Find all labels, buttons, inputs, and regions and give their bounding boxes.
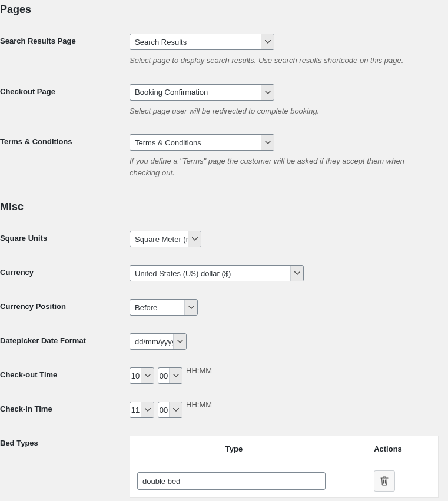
checkin-time-label: Check-in Time: [0, 402, 130, 413]
square-units-row: Square Units Square Meter (m²): [0, 225, 448, 259]
checkout-page-value: Booking Confirmation: [130, 85, 261, 100]
search-results-label: Search Results Page: [0, 34, 130, 45]
chevron-down-icon: [261, 85, 274, 100]
terms-select[interactable]: Terms & Conditions: [130, 134, 274, 151]
bed-types-table: Type Actions: [130, 436, 439, 498]
checkin-mm-select[interactable]: 00: [158, 402, 182, 418]
checkout-time-suffix: HH:MM: [186, 366, 212, 375]
delete-bed-button[interactable]: [374, 470, 395, 492]
bed-types-label: Bed Types: [0, 436, 130, 447]
bed-types-row: Bed Types Type Actions: [0, 430, 448, 498]
currency-select[interactable]: United States (US) dollar ($): [130, 265, 304, 281]
bed-col-type: Type: [130, 444, 338, 453]
chevron-down-icon: [141, 368, 154, 383]
checkout-mm-value: 00: [158, 368, 169, 383]
search-results-select[interactable]: Search Results: [130, 34, 274, 50]
checkin-hh-value: 11: [130, 402, 141, 417]
checkout-page-select[interactable]: Booking Confirmation: [130, 84, 274, 101]
checkout-hh-select[interactable]: 10: [130, 367, 154, 384]
checkout-time-row: Check-out Time 10 00 HH:MM: [0, 361, 448, 396]
checkin-mm-value: 00: [158, 402, 169, 417]
misc-heading: Misc: [0, 190, 448, 225]
currency-position-select[interactable]: Before: [130, 299, 198, 316]
checkout-hh-value: 10: [130, 368, 141, 383]
checkin-hh-select[interactable]: 11: [130, 402, 154, 418]
square-units-label: Square Units: [0, 231, 130, 243]
date-format-row: Datepicker Date Format dd/mm/yyyy: [0, 327, 448, 361]
chevron-down-icon: [169, 368, 182, 383]
date-format-select[interactable]: dd/mm/yyyy: [130, 333, 187, 350]
chevron-down-icon: [184, 300, 197, 315]
chevron-down-icon: [261, 34, 274, 49]
chevron-down-icon: [290, 266, 303, 281]
search-results-row: Search Results Page Search Results Selec…: [0, 28, 448, 78]
checkin-time-suffix: HH:MM: [186, 400, 212, 409]
currency-value: United States (US) dollar ($): [130, 266, 290, 281]
checkout-time-label: Check-out Time: [0, 367, 130, 379]
checkout-mm-select[interactable]: 00: [158, 367, 182, 384]
search-results-value: Search Results: [130, 34, 261, 49]
chevron-down-icon: [261, 135, 274, 150]
trash-icon: [380, 476, 389, 486]
bed-col-actions: Actions: [338, 444, 438, 453]
terms-value: Terms & Conditions: [130, 135, 261, 150]
currency-position-row: Currency Position Before: [0, 293, 448, 327]
checkout-page-label: Checkout Page: [0, 84, 130, 96]
date-format-label: Datepicker Date Format: [0, 333, 130, 345]
square-units-value: Square Meter (m²): [130, 231, 188, 247]
date-format-value: dd/mm/yyyy: [130, 334, 173, 349]
bed-types-header: Type Actions: [130, 436, 438, 462]
terms-row: Terms & Conditions Terms & Conditions If…: [0, 128, 448, 190]
pages-heading: Pages: [0, 0, 448, 28]
chevron-down-icon: [188, 231, 201, 247]
checkout-page-row: Checkout Page Booking Confirmation Selec…: [0, 78, 448, 129]
currency-position-label: Currency Position: [0, 299, 130, 311]
currency-label: Currency: [0, 265, 130, 277]
terms-desc: If you define a "Terms" page the custome…: [130, 155, 436, 178]
checkin-time-row: Check-in Time 11 00 HH:MM: [0, 396, 448, 430]
checkout-page-desc: Select page user will be redirected to c…: [130, 105, 436, 117]
chevron-down-icon: [169, 402, 182, 417]
chevron-down-icon: [173, 334, 186, 349]
square-units-select[interactable]: Square Meter (m²): [130, 231, 201, 247]
search-results-desc: Select page to display search results. U…: [130, 55, 436, 67]
currency-row: Currency United States (US) dollar ($): [0, 259, 448, 293]
bed-type-input[interactable]: [137, 472, 326, 490]
bed-row: [130, 462, 438, 497]
terms-label: Terms & Conditions: [0, 134, 130, 146]
currency-position-value: Before: [130, 300, 184, 315]
chevron-down-icon: [141, 402, 154, 417]
